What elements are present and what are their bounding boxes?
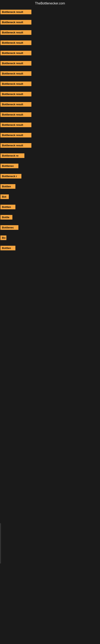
bottleneck-bar[interactable]: Bottleneck result bbox=[0, 102, 31, 107]
bottleneck-bar[interactable]: Bottleneck re bbox=[0, 153, 24, 158]
bar-row: Bottleneck r bbox=[0, 172, 100, 182]
bar-row: Bottleneck result bbox=[0, 141, 100, 151]
bottleneck-bar[interactable]: Bottleneck result bbox=[0, 61, 31, 66]
bottleneck-bar[interactable]: Bottleneck result bbox=[0, 30, 31, 35]
bar-row: Bottleneck result bbox=[0, 7, 100, 18]
bottleneck-bar[interactable]: Bottle bbox=[0, 215, 12, 220]
bottleneck-bar[interactable]: Bottleneck result bbox=[0, 40, 31, 45]
vertical-line bbox=[0, 523, 1, 564]
bottleneck-bar[interactable]: Bottleneck result bbox=[0, 133, 31, 138]
bar-row: Bottleneck result bbox=[0, 100, 100, 110]
bottleneck-bar[interactable]: Bottleneck result bbox=[0, 112, 31, 117]
bar-row: Bottleneck result bbox=[0, 79, 100, 89]
bar-row: Bottlen bbox=[0, 202, 100, 212]
bottleneck-bar[interactable]: Bottleneck result bbox=[0, 51, 31, 55]
bar-row: Bottleneck result bbox=[0, 48, 100, 58]
bar-row: Bottleneck result bbox=[0, 38, 100, 48]
bottleneck-bar[interactable]: Bottleneck r bbox=[0, 174, 21, 178]
bottleneck-bar[interactable]: Bottlenec bbox=[0, 225, 18, 230]
bar-row: Bottleneck re bbox=[0, 151, 100, 161]
bar-row: Bottleneck result bbox=[0, 110, 100, 120]
bottleneck-bar[interactable]: Bottleneck result bbox=[0, 122, 31, 127]
bottleneck-bar[interactable]: Bottleneck result bbox=[0, 20, 31, 24]
bar-row: Bottlenec bbox=[0, 223, 100, 233]
bottleneck-bar[interactable]: Bottleneck result bbox=[0, 82, 31, 86]
bar-row: Bottleneck result bbox=[0, 130, 100, 141]
bar-row: Bottleneck result bbox=[0, 18, 100, 28]
bottleneck-bar[interactable]: Bot bbox=[0, 194, 9, 199]
bottleneck-bar[interactable]: Bottlen bbox=[0, 184, 15, 189]
bar-row: Bottleneck result bbox=[0, 89, 100, 100]
bar-row: Bo bbox=[0, 233, 100, 243]
bottleneck-bar[interactable]: Bottleneck result bbox=[0, 92, 31, 96]
bar-row: Bottlen bbox=[0, 182, 100, 192]
bar-row: Bottle bbox=[0, 212, 100, 223]
bottleneck-bar[interactable]: Bottlen bbox=[0, 205, 15, 209]
bar-row: Bottleneck result bbox=[0, 120, 100, 130]
site-title: TheBottlenecker.com bbox=[0, 0, 100, 7]
bar-row: Bottleneck result bbox=[0, 69, 100, 79]
bottleneck-bar[interactable]: Bottleneck result bbox=[0, 143, 31, 148]
bottleneck-bar[interactable]: Bo bbox=[0, 236, 6, 240]
bar-row: Bot bbox=[0, 192, 100, 202]
bottleneck-bar[interactable]: Bottleneck result bbox=[0, 10, 31, 14]
bottleneck-bar[interactable]: Bottlenec bbox=[0, 164, 18, 168]
bars-container: Bottleneck resultBottleneck resultBottle… bbox=[0, 7, 100, 254]
bar-row: Bottleneck result bbox=[0, 58, 100, 69]
bar-row: Bottlenec bbox=[0, 161, 100, 172]
bottleneck-bar[interactable]: Bottlen bbox=[0, 246, 15, 250]
bottleneck-bar[interactable]: Bottleneck result bbox=[0, 71, 31, 76]
bar-row: Bottleneck result bbox=[0, 28, 100, 38]
bar-row: Bottlen bbox=[0, 243, 100, 254]
